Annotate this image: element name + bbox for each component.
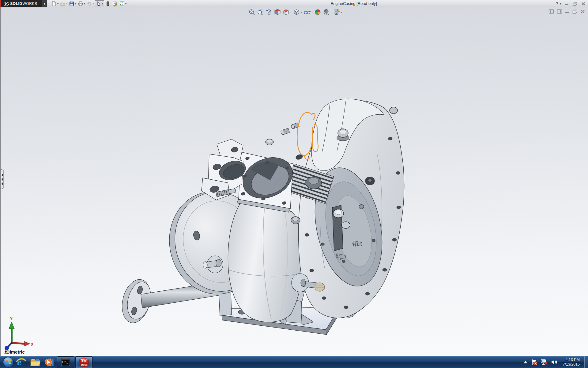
display-style-button[interactable]: ▾ — [293, 8, 302, 16]
taskbar-command-prompt[interactable]: C:\_ — [57, 356, 74, 368]
dropdown-arrow-icon[interactable]: ▾ — [84, 2, 85, 5]
model-canvas[interactable]: Y X — [1, 7, 588, 356]
zoom-to-area-icon — [257, 9, 264, 16]
dropdown-arrow-icon[interactable]: ▾ — [290, 11, 292, 13]
command-prompt-icon: C:\_ — [61, 358, 70, 366]
rebuild-button[interactable] — [104, 0, 111, 7]
main-toolbar: ▾ ▾ ▾ ▾ — [51, 0, 127, 7]
hide-show-items-button[interactable]: ▾ — [303, 8, 313, 16]
taskbar-solidworks-2015[interactable]: SW 2015 — [75, 356, 92, 368]
close-button[interactable] — [581, 2, 586, 6]
view-orientation-label: *Dimetric — [5, 349, 25, 355]
rebuild-traffic-light-icon — [105, 1, 111, 6]
taskbar-windows-explorer[interactable] — [28, 356, 42, 368]
section-view-button[interactable] — [274, 8, 281, 16]
help-icon: ? — [556, 1, 558, 6]
undo-button[interactable]: ▾ — [86, 0, 95, 7]
zoom-to-fit-button[interactable] — [248, 8, 256, 16]
orientation-triad[interactable]: Y X — [5, 316, 33, 353]
action-center-icon[interactable] — [531, 359, 537, 366]
restore-document-button[interactable] — [572, 10, 578, 14]
solidworks-logo[interactable]: 3S SOLID WORKS — [0, 0, 42, 7]
view-settings-icon — [333, 9, 340, 16]
dropdown-arrow-icon[interactable]: ▾ — [341, 11, 342, 13]
view-orientation-button[interactable]: ▾ — [282, 8, 292, 16]
print-icon — [78, 1, 83, 6]
dropdown-arrow-icon[interactable]: ▾ — [330, 11, 332, 13]
apply-scene-button[interactable]: ▾ — [322, 8, 332, 16]
view-orientation-icon — [283, 9, 290, 16]
options-icon — [119, 1, 125, 6]
print-button[interactable]: ▾ — [77, 0, 86, 7]
section-view-icon — [274, 9, 281, 16]
minimize-document-button[interactable] — [565, 10, 570, 14]
system-tray: 4:13 PM 7/13/2015 — [523, 356, 588, 368]
internet-explorer-icon: e — [16, 357, 26, 367]
new-document-icon — [51, 1, 57, 6]
taskbar-media-player[interactable] — [42, 356, 56, 368]
new-document-button[interactable]: ▾ — [51, 0, 59, 7]
dropdown-arrow-icon[interactable]: ▾ — [311, 11, 313, 13]
save-icon — [69, 1, 74, 6]
solidworks-badge-letters: SW — [81, 358, 87, 362]
taskbar-internet-explorer[interactable]: e — [14, 356, 28, 368]
triad-x-label: X — [31, 342, 33, 347]
hide-show-items-icon — [303, 9, 311, 16]
network-status-icon[interactable] — [541, 359, 548, 366]
window-controls: ? ▾ — [556, 0, 586, 7]
open-document-button[interactable]: ▾ — [59, 0, 68, 7]
folder-icon — [30, 358, 40, 367]
dropdown-arrow-icon[interactable]: ▾ — [75, 2, 76, 5]
taskbar-clock[interactable]: 4:13 PM 7/13/2015 — [563, 358, 580, 367]
feature-pane-collapsed-tab[interactable] — [1, 169, 4, 189]
dropdown-arrow-icon[interactable]: ▾ — [66, 2, 67, 5]
dropdown-arrow-icon[interactable]: ▾ — [102, 2, 103, 5]
previous-view-icon — [266, 9, 273, 16]
minimize-button[interactable] — [565, 2, 569, 6]
solidworks-badge-year: 2015 — [81, 363, 88, 366]
dropdown-arrow-icon[interactable]: ▾ — [57, 2, 58, 5]
select-button[interactable]: ▾ — [95, 0, 104, 7]
heads-up-view-toolbar: ▾ ▾ ▾ — [248, 8, 342, 16]
show-desktop-button[interactable] — [584, 356, 588, 368]
clock-time: 4:13 PM — [563, 358, 580, 362]
clock-date: 7/13/2015 — [563, 362, 580, 367]
triad-y-label: Y — [10, 316, 13, 321]
save-button[interactable]: ▾ — [68, 0, 77, 7]
dassault-3ds-mark: 3S — [4, 1, 9, 6]
options-button[interactable]: ▾ — [119, 0, 127, 7]
zoom-to-area-button[interactable] — [257, 8, 264, 16]
command-prompt-label: C:\_ — [62, 361, 68, 364]
expand-display-pane-button[interactable] — [557, 9, 562, 14]
solidworks-2015-icon: SW 2015 — [78, 357, 90, 367]
expand-feature-pane-button[interactable] — [548, 9, 554, 14]
view-settings-button[interactable]: ▾ — [333, 8, 342, 16]
menu-expand-arrow-icon[interactable] — [42, 0, 47, 7]
graphics-viewport[interactable]: ▾ ▾ ▾ — [0, 7, 588, 356]
undo-icon — [87, 1, 92, 6]
dropdown-arrow-icon[interactable]: ▾ — [125, 2, 126, 5]
restore-button[interactable] — [573, 2, 578, 6]
edit-appearance-icon — [314, 9, 321, 16]
close-document-button[interactable] — [580, 10, 585, 14]
edit-appearance-button[interactable] — [314, 8, 322, 16]
previous-view-button[interactable] — [265, 8, 273, 16]
help-button[interactable]: ? ▾ — [556, 1, 561, 6]
cylinder-flange[interactable] — [236, 150, 299, 212]
logo-works: WORKS — [23, 2, 37, 6]
show-hidden-icons-button[interactable] — [523, 361, 528, 364]
document-title: EngineCasing [Read-only] — [292, 0, 415, 7]
title-bar: 3S SOLID WORKS ▾ ▾ ▾ — [0, 0, 588, 7]
media-player-icon — [44, 357, 55, 367]
file-properties-icon — [112, 1, 118, 6]
dropdown-arrow-icon[interactable]: ▾ — [93, 2, 94, 5]
dropdown-arrow-icon[interactable]: ▾ — [560, 2, 561, 5]
display-style-icon — [293, 9, 300, 16]
dropdown-arrow-icon[interactable]: ▾ — [301, 11, 302, 13]
start-button[interactable] — [2, 356, 14, 368]
windows-taskbar: e C:\_ SW — [0, 356, 588, 368]
file-properties-button[interactable] — [111, 0, 118, 7]
apply-scene-icon — [323, 9, 330, 16]
volume-icon[interactable] — [551, 359, 558, 365]
select-cursor-icon — [96, 1, 101, 6]
